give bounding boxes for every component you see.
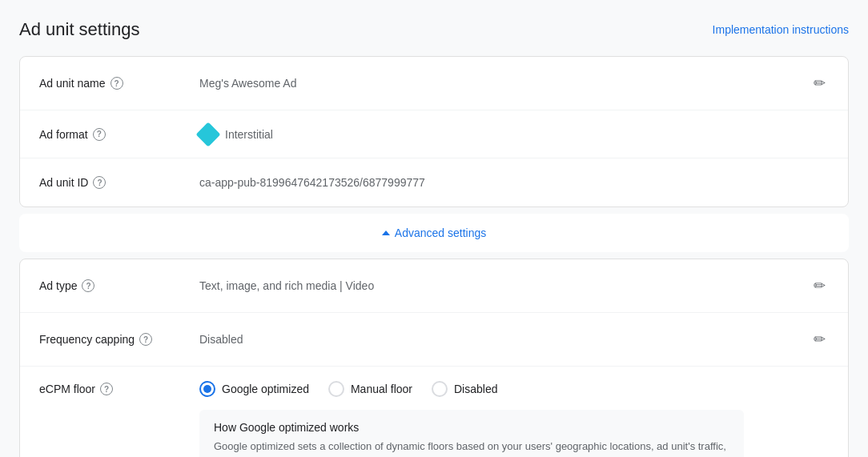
radio-label-manual-floor: Manual floor (351, 383, 412, 395)
interstitial-icon (195, 122, 220, 146)
radio-inner-google-optimized (203, 385, 211, 393)
ad-format-row: Ad format ? Interstitial (20, 110, 848, 158)
ad-type-row: Ad type ? Text, image, and rich media | … (20, 259, 848, 313)
radio-disabled[interactable] (432, 381, 448, 397)
frequency-capping-edit-icon[interactable]: ✏ (810, 327, 829, 351)
chevron-up-icon (382, 231, 390, 235)
ad-type-edit-icon[interactable]: ✏ (810, 274, 829, 298)
frequency-capping-label: Frequency capping ? (39, 333, 199, 346)
google-optimized-infobox: How Google optimized works Google optimi… (199, 410, 744, 457)
frequency-capping-row: Frequency capping ? Disabled ✏ (20, 313, 848, 367)
ad-unit-id-row: Ad unit ID ? ca-app-pub-8199647642173526… (20, 158, 848, 206)
ad-unit-id-label: Ad unit ID ? (39, 176, 199, 189)
ad-unit-name-help-icon[interactable]: ? (111, 77, 123, 90)
ad-format-label: Ad format ? (39, 128, 199, 141)
google-optimized-title: How Google optimized works (214, 421, 729, 434)
ad-type-label: Ad type ? (39, 279, 199, 292)
radio-label-disabled: Disabled (454, 383, 497, 395)
ad-unit-id-value: ca-app-pub-8199647642173526/6877999777 (199, 176, 829, 189)
ad-unit-name-value: Meg's Awesome Ad (199, 77, 810, 90)
radio-option-manual-floor[interactable]: Manual floor (328, 381, 412, 397)
ad-unit-name-edit-icon[interactable]: ✏ (810, 71, 829, 95)
ecpm-floor-content: Google optimized Manual floor Disabled H… (199, 381, 829, 457)
advanced-settings-card: Ad type ? Text, image, and rich media | … (19, 259, 849, 457)
ad-type-help-icon[interactable]: ? (82, 279, 94, 292)
advanced-settings-section: Advanced settings (19, 214, 849, 252)
ecpm-floor-row: eCPM floor ? Google optimized Manual flo… (20, 367, 848, 457)
advanced-settings-toggle[interactable]: Advanced settings (382, 226, 486, 239)
main-settings-card: Ad unit name ? Meg's Awesome Ad ✏ Ad for… (19, 56, 849, 207)
radio-label-google-optimized: Google optimized (222, 383, 309, 395)
frequency-capping-help-icon[interactable]: ? (139, 333, 152, 346)
ad-format-help-icon[interactable]: ? (93, 128, 106, 141)
radio-option-google-optimized[interactable]: Google optimized (199, 381, 309, 397)
google-optimized-desc: Google optimized sets a collection of dy… (214, 439, 729, 457)
ad-unit-name-row: Ad unit name ? Meg's Awesome Ad ✏ (20, 57, 848, 110)
ecpm-floor-label: eCPM floor ? (39, 381, 199, 395)
page-title: Ad unit settings (19, 19, 139, 40)
frequency-capping-value: Disabled (199, 333, 810, 346)
ad-format-value: Interstitial (199, 126, 829, 143)
ad-type-value: Text, image, and rich media | Video (199, 279, 810, 292)
ecpm-floor-radio-group: Google optimized Manual floor Disabled (199, 381, 829, 397)
ecpm-floor-help-icon[interactable]: ? (100, 383, 113, 395)
radio-option-disabled[interactable]: Disabled (432, 381, 497, 397)
page-header: Ad unit settings Implementation instruct… (19, 19, 849, 40)
radio-google-optimized[interactable] (199, 381, 215, 397)
ad-unit-id-help-icon[interactable]: ? (93, 176, 106, 189)
radio-manual-floor[interactable] (328, 381, 344, 397)
implementation-instructions-link[interactable]: Implementation instructions (713, 23, 849, 36)
ad-unit-name-label: Ad unit name ? (39, 77, 199, 90)
